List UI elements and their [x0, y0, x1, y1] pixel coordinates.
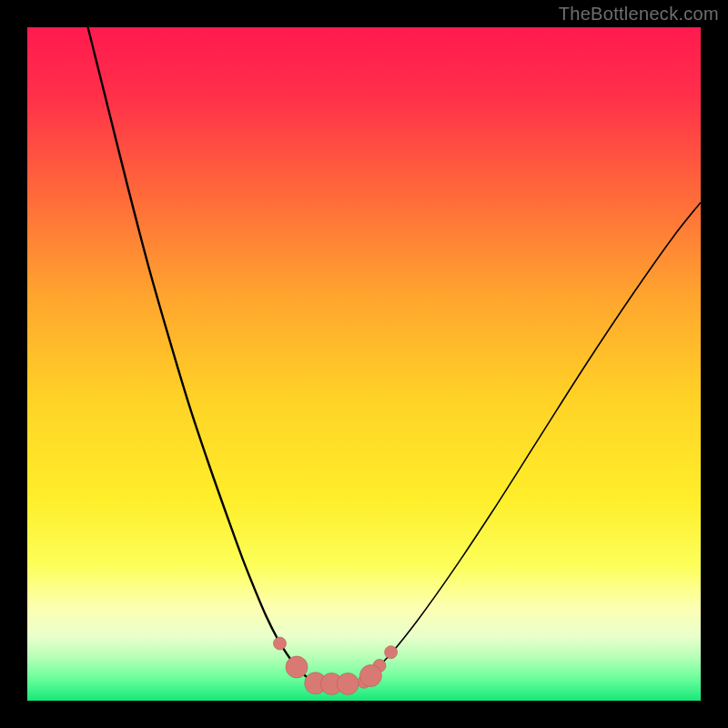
plot-background [27, 27, 701, 701]
bottleneck-plot [0, 0, 728, 728]
data-marker [286, 656, 308, 678]
data-marker [337, 673, 359, 695]
data-marker [385, 646, 398, 659]
data-marker [359, 665, 381, 687]
chart-stage: TheBottleneck.com [0, 0, 728, 728]
watermark-text: TheBottleneck.com [559, 4, 719, 25]
data-marker [274, 637, 287, 650]
